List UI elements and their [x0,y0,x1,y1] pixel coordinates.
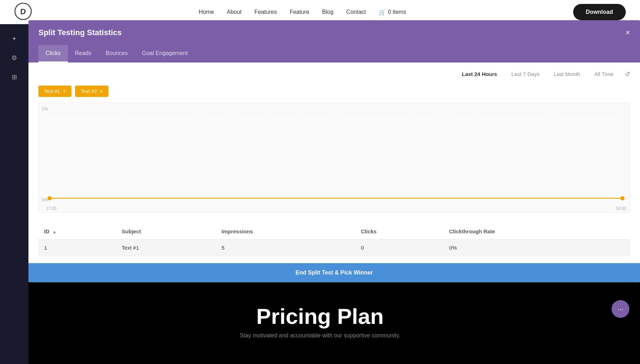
time-last-24h[interactable]: Last 24 Hours [459,70,500,78]
modal-tabs: Clicks Reads Bounces Goal Engagement [28,45,640,63]
pricing-subtitle: Stay motivated and accountable with our … [240,332,400,339]
tag-text1-close[interactable]: × [63,88,66,94]
stats-table: ID ▲ Subject Impressions Clicks Clickthr… [38,223,630,256]
svg-point-4 [47,196,52,200]
col-clicks: Clicks [355,223,443,240]
nav-features[interactable]: Features [255,9,277,15]
modal-header: Split Testing Statistics × [28,20,640,45]
nav-about[interactable]: About [227,9,242,15]
sort-arrow-id: ▲ [52,229,57,234]
chart-x-label-start: 17:00 [46,206,57,211]
col-subject: Subject [116,223,216,240]
chat-icon: ··· [618,305,624,313]
cart-icon: 🛒 [379,9,386,16]
col-impressions: Impressions [216,223,355,240]
cart-items-label: 0 items [388,9,406,15]
cell-ctr: 0% [443,240,630,256]
tab-goal-engagement[interactable]: Goal Engagement [135,45,195,63]
cell-clicks: 0 [355,240,443,256]
nav-contact[interactable]: Contact [346,9,366,15]
tag-text2-label: Text #2 [81,88,97,94]
modal: Split Testing Statistics × Clicks Reads … [28,20,640,282]
time-filter-row: Last 24 Hours Last 7 Days Last Month All… [38,70,630,78]
tag-text2[interactable]: Text #2 × [75,86,108,97]
tag-text1[interactable]: Text #1 × [38,86,71,97]
nav-blog[interactable]: Blog [322,9,334,15]
table-row: 1 Text #1 5 0 0% [38,240,630,256]
end-split-test-button[interactable]: End Split Test & Pick Winner [295,270,373,276]
pricing-title: Pricing Plan [256,304,384,329]
chart-x-label-end: 18:00 [615,206,626,211]
table-body: 1 Text #1 5 0 0% [38,240,630,256]
chart-area: 1% 0% 17:00 18:00 [38,103,630,213]
download-button[interactable]: Download [573,4,626,20]
cell-subject: Text #1 [116,240,216,256]
modal-close-button[interactable]: × [625,28,630,37]
left-sidebar: ＋ ⚙ ⊞ [0,24,28,364]
time-last-month[interactable]: Last Month [551,70,583,78]
navbar-logo: D [14,2,32,22]
layout-icon[interactable]: ⊞ [9,70,20,84]
modal-body: Last 24 Hours Last 7 Days Last Month All… [28,63,640,263]
table-header: ID ▲ Subject Impressions Clicks Clickthr… [38,223,630,240]
navbar-nav: Home About Features Feature Blog Contact… [199,9,406,16]
nav-home[interactable]: Home [199,9,214,15]
tab-reads[interactable]: Reads [68,45,98,63]
plus-icon[interactable]: ＋ [8,31,20,45]
cell-impressions: 5 [216,240,355,256]
time-last-7days[interactable]: Last 7 Days [508,70,542,78]
tags-row: Text #1 × Text #2 × [38,86,630,97]
cell-id: 1 [38,240,116,256]
chart-x-labels: 17:00 18:00 [46,206,626,211]
tab-clicks[interactable]: Clicks [38,45,68,63]
svg-point-5 [620,196,625,200]
modal-title: Split Testing Statistics [38,28,122,37]
modal-footer[interactable]: End Split Test & Pick Winner [28,263,640,282]
gear-icon[interactable]: ⚙ [9,51,20,65]
time-all-time[interactable]: All Time [592,70,616,78]
col-ctr: Clickthrough Rate [443,223,630,240]
nav-feature[interactable]: Feature [290,9,309,15]
chat-button[interactable]: ··· [612,300,629,318]
tag-text1-label: Text #1 [44,88,60,94]
time-reset-button[interactable]: ↺ [625,70,630,78]
tab-bounces[interactable]: Bounces [98,45,135,63]
col-id[interactable]: ID ▲ [38,223,116,240]
pricing-section: Pricing Plan Stay motivated and accounta… [0,293,640,364]
chart-svg [39,103,630,212]
svg-text:D: D [20,7,26,16]
tag-text2-close[interactable]: × [100,88,102,94]
nav-cart[interactable]: 🛒 0 items [379,9,406,16]
